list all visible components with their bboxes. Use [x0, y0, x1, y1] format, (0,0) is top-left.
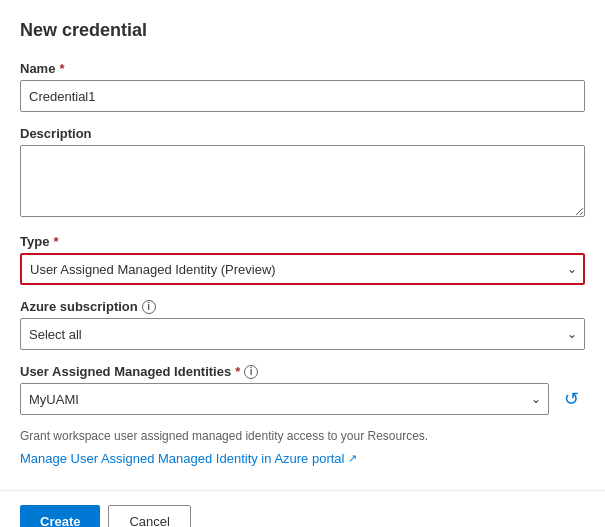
- refresh-icon: ↺: [564, 388, 579, 410]
- name-input[interactable]: [20, 80, 585, 112]
- type-select-wrapper: User Assigned Managed Identity (Preview)…: [20, 253, 585, 285]
- azure-subscription-label: Azure subscription i: [20, 299, 585, 314]
- description-label: Description: [20, 126, 585, 141]
- uami-select-wrapper: MyUAMI ⌄: [20, 383, 549, 415]
- azure-subscription-field-group: Azure subscription i Select all ⌄: [20, 299, 585, 350]
- description-input[interactable]: [20, 145, 585, 217]
- create-button[interactable]: Create: [20, 505, 100, 527]
- azure-subscription-info-icon[interactable]: i: [142, 300, 156, 314]
- type-label: Type *: [20, 234, 585, 249]
- uami-info-icon[interactable]: i: [244, 365, 258, 379]
- uami-label: User Assigned Managed Identities * i: [20, 364, 585, 379]
- type-select[interactable]: User Assigned Managed Identity (Preview): [20, 253, 585, 285]
- cancel-button[interactable]: Cancel: [108, 505, 190, 527]
- name-required-marker: *: [59, 61, 64, 76]
- manage-uami-link[interactable]: Manage User Assigned Managed Identity in…: [20, 451, 357, 466]
- page-container: New credential Name * Description Type *…: [0, 0, 605, 466]
- page-title: New credential: [20, 20, 585, 41]
- uami-refresh-button[interactable]: ↺: [557, 385, 585, 413]
- form-footer: Create Cancel: [0, 490, 605, 527]
- name-label: Name *: [20, 61, 585, 76]
- manage-uami-link-text: Manage User Assigned Managed Identity in…: [20, 451, 344, 466]
- uami-required-marker: *: [235, 364, 240, 379]
- type-required-marker: *: [53, 234, 58, 249]
- description-field-group: Description: [20, 126, 585, 220]
- name-field-group: Name *: [20, 61, 585, 112]
- uami-select[interactable]: MyUAMI: [20, 383, 549, 415]
- helper-text: Grant workspace user assigned managed id…: [20, 429, 585, 443]
- type-field-group: Type * User Assigned Managed Identity (P…: [20, 234, 585, 285]
- uami-select-row: MyUAMI ⌄ ↺: [20, 383, 585, 415]
- azure-subscription-select-wrapper: Select all ⌄: [20, 318, 585, 350]
- azure-subscription-select[interactable]: Select all: [20, 318, 585, 350]
- uami-field-group: User Assigned Managed Identities * i MyU…: [20, 364, 585, 415]
- external-link-icon: ↗: [348, 452, 357, 465]
